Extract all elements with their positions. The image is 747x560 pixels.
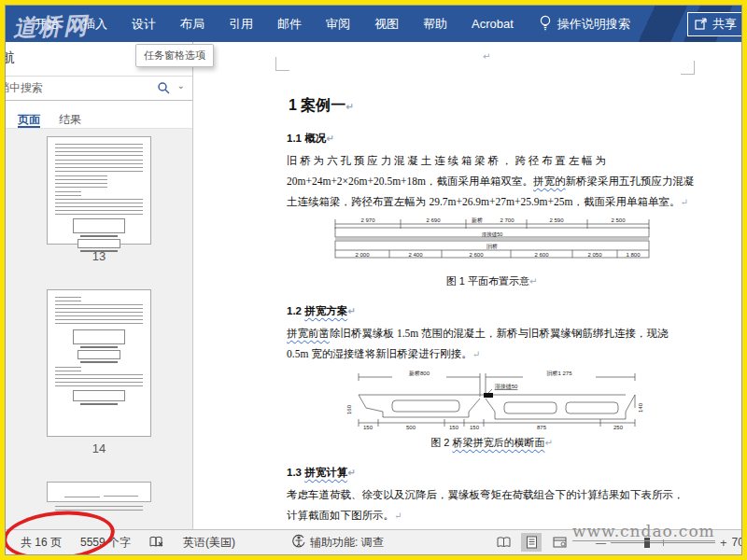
tab-insert[interactable]: 插入 [71, 6, 120, 42]
search-icon[interactable] [157, 81, 170, 98]
share-button[interactable]: 共享 [687, 12, 742, 36]
tab-home[interactable]: 开始 [22, 6, 71, 42]
search-placeholder: 在文档中搜索 [6, 80, 43, 96]
heading-1-1: 1.1 概况↵ [287, 132, 697, 146]
svg-text:875: 875 [536, 425, 546, 430]
accessibility-status[interactable]: 辅助功能: 调查 [282, 534, 393, 551]
svg-text:150: 150 [448, 425, 458, 430]
print-layout-button[interactable] [521, 533, 542, 552]
svg-text:2 000: 2 000 [355, 252, 370, 258]
tell-me-label: 操作说明搜索 [557, 16, 630, 33]
svg-text:2 400: 2 400 [408, 252, 423, 258]
thumbnail-page-14[interactable] [47, 289, 151, 437]
fig1-joint-label: 湿接缝50 [481, 231, 502, 237]
tab-help[interactable]: 帮助 [411, 6, 459, 42]
page-thumbnails-list[interactable]: 13 14 [6, 128, 192, 530]
language-indicator[interactable]: 英语(美国) [174, 535, 245, 551]
thumbnail-page-13[interactable] [47, 136, 151, 245]
nav-tab-results[interactable]: 结果 [59, 112, 81, 129]
screenshot-yellow-frame: 开始 插入 设计 布局 引用 邮件 审阅 视图 帮助 Acrobat 操作说明搜… [0, 0, 747, 560]
tell-me-search[interactable]: 操作说明搜索 [539, 15, 630, 34]
figure-2-cross-section: 新桥800 旧桥1 275 湿接缝50 150 500 150 150 875 … [287, 369, 697, 434]
figure-1-plan-diagram: 2 970 2 690 新桥 2 700 2 590 2 500 湿接缝50 旧… [287, 217, 697, 273]
share-label: 共享 [712, 16, 737, 33]
zoom-percentage[interactable]: 70% [732, 536, 742, 549]
heading-case-one: 1 案例一↵ [289, 96, 697, 116]
status-bar: 共 16 页 5559 个字 英语(美国) 辅助功能: 调查 [6, 529, 741, 554]
svg-text:150: 150 [362, 425, 373, 430]
task-pane-options-tooltip: 任务窗格选项 [135, 44, 214, 67]
navigation-pane: 导航 ⌄ ✕ 在文档中搜索 ⌄ 页面 结果 13 [6, 42, 193, 530]
svg-text:500: 500 [405, 425, 416, 430]
ribbon-tab-bar: 开始 插入 设计 布局 引用 邮件 审阅 视图 帮助 Acrobat 操作说明搜… [6, 6, 741, 42]
tab-view[interactable]: 视图 [362, 6, 411, 42]
tab-mailings[interactable]: 邮件 [265, 6, 314, 42]
heading-1-3: 1.3 拼宽计算↵ [287, 466, 697, 480]
svg-text:2 690: 2 690 [426, 217, 441, 223]
view-switcher [493, 533, 570, 552]
read-mode-button[interactable] [493, 533, 514, 552]
document-canvas[interactable]: ↵ 1 案例一↵ 1.1 概况↵ 旧 桥 为 六 孔 预 应 力 混 凝 土 连… [193, 42, 741, 530]
share-icon [695, 17, 708, 33]
tab-design[interactable]: 设计 [120, 6, 168, 42]
svg-text:160: 160 [346, 404, 352, 414]
svg-text:140: 140 [638, 402, 643, 413]
tab-references[interactable]: 引用 [217, 6, 265, 42]
svg-text:250: 250 [613, 425, 623, 430]
zoom-control: — + 70% [596, 536, 742, 550]
word-count[interactable]: 5559 个字 [71, 535, 140, 551]
paragraph-widening-scheme: 拼宽前凿除旧桥翼缘板 1.5m 范围的混凝土，新桥与旧桥翼缘钢筋绑扎连接，现浇 … [287, 323, 697, 365]
fig2-old-bridge-dim: 旧桥1 275 [546, 371, 572, 377]
thumbnail-page-15-partial[interactable] [47, 482, 151, 502]
svg-text:150: 150 [469, 425, 479, 430]
zoom-slider[interactable] [611, 542, 715, 543]
svg-text:2 970: 2 970 [360, 217, 375, 223]
nav-tab-pages[interactable]: 页面 [18, 112, 40, 129]
tab-review[interactable]: 审阅 [314, 6, 362, 42]
tab-acrobat[interactable]: Acrobat [459, 6, 526, 42]
zoom-in-icon[interactable]: + [720, 536, 727, 550]
navigation-pane-tabs: 页面 结果 [6, 101, 192, 129]
web-layout-button[interactable] [549, 533, 570, 552]
tab-layout[interactable]: 布局 [168, 6, 217, 42]
zoom-slider-thumb[interactable] [644, 538, 650, 548]
search-dropdown-icon[interactable]: ⌄ [177, 80, 185, 91]
figure-2-caption: 图 2 桥梁拼宽后的横断面↵ [287, 436, 697, 450]
fig1-new-bridge-label: 新桥 [472, 217, 483, 223]
accessibility-icon [291, 534, 305, 551]
document-content: 1 案例一↵ 1.1 概况↵ 旧 桥 为 六 孔 预 应 力 混 凝 土 连 续… [287, 42, 697, 530]
svg-text:2 600: 2 600 [534, 252, 549, 258]
fig2-joint-label: 湿接缝50 [494, 383, 517, 389]
svg-text:2 700: 2 700 [500, 217, 514, 223]
zoom-out-icon[interactable]: — [596, 537, 606, 548]
lightbulb-icon [539, 15, 552, 34]
navigation-pane-title: 导航 [6, 49, 15, 66]
fig2-new-bridge-dim: 新桥800 [408, 370, 430, 376]
page-count[interactable]: 共 16 页 [11, 535, 71, 551]
heading-1-2: 1.2 拼宽方案↵ [287, 304, 697, 318]
word-window: 开始 插入 设计 布局 引用 邮件 审阅 视图 帮助 Acrobat 操作说明搜… [5, 5, 742, 555]
thumbnail-page-number: 14 [6, 441, 192, 455]
document-search-box[interactable]: 在文档中搜索 ⌄ [6, 76, 192, 101]
svg-text:2 600: 2 600 [469, 252, 484, 258]
svg-text:2 590: 2 590 [549, 217, 564, 223]
paragraph-calculation: 考虑车道荷载、徐变以及沉降后，翼缘板弯矩在荷载组合下的计算结果如下表所示， 计算… [287, 484, 697, 526]
paragraph-overview: 旧 桥 为 六 孔 预 应 力 混 凝 土 连 续 箱 梁 桥 ， 跨 径 布 … [287, 150, 697, 213]
svg-text:2 050: 2 050 [587, 252, 602, 258]
svg-text:2 500: 2 500 [611, 217, 626, 223]
figure-1-caption: 图 1 平面布置示意↵ [287, 274, 697, 288]
ribbon-tabs: 开始 插入 设计 布局 引用 邮件 审阅 视图 帮助 Acrobat [22, 6, 526, 42]
svg-text:1 800: 1 800 [626, 252, 641, 258]
fig1-old-bridge-label: 旧桥 [486, 244, 498, 250]
proofing-errors-icon[interactable] [140, 536, 174, 549]
